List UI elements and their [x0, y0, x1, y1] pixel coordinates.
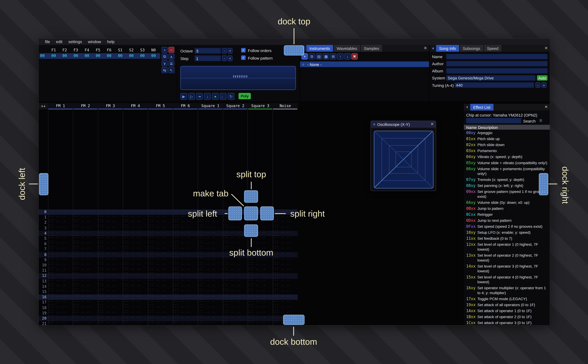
channel-header-square-2[interactable]: Square 2 [223, 103, 248, 109]
dock-target-left[interactable] [39, 173, 48, 195]
order-row[interactable]: 0000000000000000000000 [40, 53, 160, 59]
move-order-up-button[interactable]: ∧ [168, 54, 174, 60]
channel-header-fm-6[interactable]: FM 6 [173, 103, 198, 109]
metronome-button[interactable]: ♩ [220, 93, 226, 100]
tuning-input[interactable]: 440 [455, 83, 534, 88]
order-value[interactable]: 00 [138, 54, 147, 58]
instrument-list-item[interactable]: ○ - None - [300, 61, 429, 67]
dock-target-split-bottom[interactable] [244, 224, 258, 237]
name-input[interactable] [446, 54, 547, 59]
menu-item-file[interactable]: file [42, 39, 53, 45]
dock-target-split-top[interactable] [244, 190, 258, 203]
author-input[interactable] [446, 61, 547, 66]
tab-wavetables[interactable]: Wavetables [334, 45, 360, 52]
collapse-icon[interactable]: ▼ [373, 123, 376, 126]
order-value[interactable]: 00 [104, 54, 114, 58]
octave-input[interactable]: 3 [195, 48, 221, 53]
octave-decrease-button[interactable]: - [222, 48, 227, 53]
save-instrument-button[interactable]: ▦ [323, 53, 329, 60]
channel-header-fm-1[interactable]: FM 1 [48, 103, 73, 109]
channel-header-noise[interactable]: Noise [273, 103, 298, 109]
tab-subsongs[interactable]: Subsongs [460, 45, 483, 52]
order-value[interactable]: 00 [115, 54, 125, 58]
close-icon[interactable]: ✕ [544, 104, 548, 110]
duplicate-instrument-button[interactable]: ⧉ [309, 53, 315, 60]
order-value[interactable]: 00 [126, 54, 136, 58]
repeat-pattern-button[interactable]: ↻ [228, 93, 234, 100]
auto-system-button[interactable]: Auto [537, 75, 548, 80]
dock-target-top[interactable] [284, 45, 304, 55]
move-instrument-down-button[interactable]: ↓ [344, 53, 350, 60]
close-icon[interactable]: ✕ [544, 46, 548, 51]
dock-target-split-right[interactable] [260, 207, 274, 220]
remove-order-button[interactable]: − [168, 47, 174, 53]
tab-song-info[interactable]: Song Info [436, 45, 459, 52]
menu-item-settings[interactable]: settings [66, 39, 85, 45]
order-value[interactable]: 00 [49, 54, 59, 58]
oscilloscope-titlebar[interactable]: ▼ Oscilloscope (X-Y) ✕ [371, 121, 436, 128]
piano-preview[interactable] [180, 66, 296, 90]
channel-header-square-3[interactable]: Square 3 [248, 103, 273, 109]
delete-instrument-button[interactable]: ✖ [351, 53, 358, 60]
tab-speed[interactable]: Speed [484, 45, 502, 52]
channel-header-fm-3[interactable]: FM 3 [98, 103, 123, 109]
menu-item-edit[interactable]: edit [53, 39, 65, 45]
menu-item-window[interactable]: window [85, 39, 104, 45]
step-increase-button[interactable]: + [228, 55, 232, 61]
hamburger-icon[interactable]: ≡ [538, 118, 543, 123]
playback-controls-panel: Octave 3 - + Step 1 - + ✓ Follow orders … [177, 45, 299, 101]
step-decrease-button[interactable]: - [222, 55, 227, 61]
step-input[interactable]: 1 [195, 55, 221, 61]
piano-tick [235, 75, 236, 78]
octave-increase-button[interactable]: + [228, 48, 232, 53]
follow-orders-checkbox[interactable]: ✓ [241, 48, 246, 52]
step-play-button[interactable]: ↠ [196, 93, 203, 100]
duplicate-order-button[interactable]: ⧉ [162, 54, 168, 60]
tab-effect-list[interactable]: Effect List [470, 104, 493, 110]
move-instrument-up-button[interactable]: ↑ [337, 53, 344, 60]
order-value[interactable]: 00 [93, 54, 103, 58]
tab-instruments[interactable]: Instruments [306, 45, 333, 52]
close-icon[interactable]: ✕ [430, 122, 434, 127]
follow-pattern-checkbox[interactable]: ✓ [241, 55, 246, 60]
order-value[interactable]: 00 [60, 54, 70, 58]
duplicate-order-end-button[interactable]: ⇊ [168, 60, 174, 66]
edit-toggle-button[interactable]: ● [212, 93, 219, 100]
move-order-down-button[interactable]: ∨ [162, 60, 168, 66]
channel-color-strip [198, 109, 223, 110]
open-instrument-button[interactable]: ▤ [316, 53, 322, 60]
channel-header-square-1[interactable]: Square 1 [198, 103, 223, 109]
dock-target-split-left[interactable] [228, 207, 242, 220]
effect-row-02xx: 02xxPitch slide down [464, 142, 550, 148]
add-order-button[interactable]: + [162, 47, 168, 53]
tuning-increase-button[interactable]: + [542, 83, 547, 88]
order-value[interactable]: 00 [82, 54, 92, 58]
instrument-folders-button[interactable]: ⊞ [330, 53, 336, 60]
dock-target-bottom[interactable] [283, 315, 304, 325]
pattern-row-21[interactable]: 21... .. .. ...... .. .. ...... .. .. ..… [39, 321, 298, 325]
channel-header-fm-2[interactable]: FM 2 [73, 103, 98, 109]
effect-search-input[interactable] [466, 118, 521, 123]
dock-target-right[interactable] [539, 173, 548, 195]
system-input[interactable]: Sega Genesis/Mega Drive [446, 75, 535, 80]
order-value[interactable]: 00 [149, 54, 158, 58]
close-icon[interactable]: ✕ [424, 46, 427, 51]
expand-channels-button[interactable]: ++ [39, 103, 48, 109]
dock-target-make-tab[interactable] [244, 207, 258, 220]
play-from-start-button[interactable]: ▷ [188, 93, 195, 100]
order-edit-mode-button[interactable]: ↖ [168, 67, 174, 73]
order-value[interactable]: 00 [71, 54, 81, 58]
album-input[interactable] [446, 68, 547, 73]
move-down-button[interactable]: ↓ [204, 93, 211, 100]
poly-button[interactable]: Poly [238, 93, 251, 99]
collapse-icon[interactable]: ▼ [432, 47, 435, 50]
play-button[interactable]: ▶ [180, 93, 187, 100]
channel-header-fm-5[interactable]: FM 5 [148, 103, 173, 109]
effect-code: 03xx [466, 148, 477, 153]
tab-samples[interactable]: Samples [361, 45, 382, 52]
channel-header-fm-4[interactable]: FM 4 [123, 103, 148, 109]
tuning-decrease-button[interactable]: - [535, 83, 541, 88]
collapse-icon[interactable]: ▼ [466, 105, 469, 109]
menu-item-help[interactable]: help [105, 39, 117, 45]
order-change-mode-button[interactable]: ⇆ [162, 67, 168, 73]
